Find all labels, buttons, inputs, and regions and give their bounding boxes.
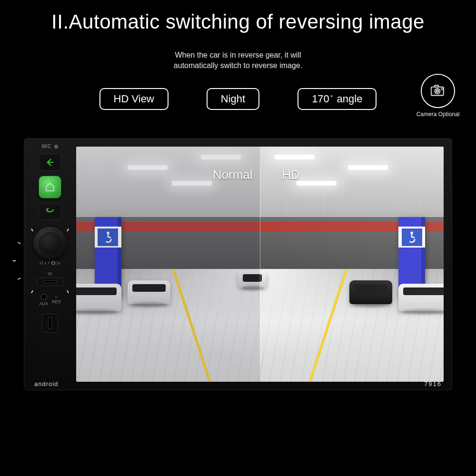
mic-label: MIC bbox=[42, 144, 51, 149]
device-brand-label: android bbox=[34, 380, 58, 387]
camera-caption: Camera Optional bbox=[416, 111, 460, 118]
aux-jack[interactable] bbox=[40, 294, 47, 300]
device-side-panel: MIC bbox=[24, 138, 76, 390]
device-model-label: 7916 bbox=[424, 380, 442, 387]
volume-knob[interactable]: ◁ ♪ / ⏻ ▷ bbox=[34, 227, 66, 265]
subtitle-line2: automatically switch to reverse image. bbox=[174, 61, 302, 69]
badge-angle: 170° angle bbox=[298, 88, 377, 110]
product-feature-slide: II.Automatic switching of reversing imag… bbox=[0, 0, 476, 476]
feature-badges: HD View Night 170° angle bbox=[0, 88, 476, 110]
recent-apps-button[interactable] bbox=[39, 203, 61, 220]
angle-word: angle bbox=[337, 93, 363, 105]
reverse-camera-view: Normal HD bbox=[76, 147, 444, 382]
badge-hd-view: HD View bbox=[99, 88, 169, 110]
angle-number: 170 bbox=[312, 93, 329, 105]
touchscreen[interactable]: Normal HD bbox=[76, 147, 444, 382]
head-unit-device: MIC bbox=[24, 138, 452, 390]
reset-pinhole[interactable] bbox=[55, 296, 58, 298]
badge-night: Night bbox=[207, 88, 259, 110]
page-subtitle: When the car is in reverse gear, it will… bbox=[0, 50, 476, 71]
mode-label-normal: Normal bbox=[213, 168, 253, 182]
page-title: II.Automatic switching of reversing imag… bbox=[0, 10, 476, 33]
tf-label: TF bbox=[48, 272, 53, 277]
subtitle-line1: When the car is in reverse gear, it will bbox=[175, 51, 301, 59]
mic-hole-icon bbox=[54, 145, 58, 149]
res-label: RES bbox=[52, 299, 61, 304]
svg-point-2 bbox=[436, 90, 438, 92]
home-button[interactable] bbox=[39, 176, 61, 198]
tf-card-slot[interactable] bbox=[37, 278, 63, 286]
comparison-divider bbox=[260, 166, 260, 363]
back-button[interactable] bbox=[39, 154, 61, 171]
camera-optional: Camera Optional bbox=[414, 74, 462, 118]
aux-label: AUX bbox=[39, 301, 48, 306]
svg-rect-3 bbox=[441, 88, 443, 90]
svg-rect-4 bbox=[435, 85, 438, 87]
mode-label-hd: HD bbox=[282, 168, 300, 182]
camera-icon bbox=[421, 74, 455, 108]
usb-slot[interactable] bbox=[42, 314, 58, 333]
degree-symbol: ° bbox=[330, 94, 333, 101]
